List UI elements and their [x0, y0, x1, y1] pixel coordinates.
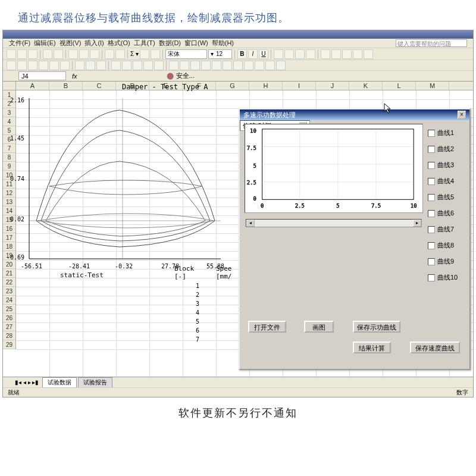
tool-icon[interactable]: [169, 61, 178, 70]
tool-icon[interactable]: [75, 61, 84, 70]
cut-icon[interactable]: [68, 49, 78, 59]
curve-checkbox[interactable]: [428, 130, 435, 137]
security-label[interactable]: 安全...: [176, 71, 195, 80]
font-select[interactable]: 宋体: [165, 49, 207, 59]
row-header[interactable]: 29: [3, 340, 15, 349]
curve-checkbox[interactable]: [428, 210, 435, 217]
tool-icon[interactable]: [244, 61, 253, 70]
open-file-button[interactable]: 打开文件: [248, 321, 286, 333]
tool-icon[interactable]: [96, 61, 106, 70]
redo-icon[interactable]: [115, 49, 125, 59]
align-left-icon[interactable]: [274, 49, 283, 59]
dialog-scrollbar[interactable]: ◂ ▸: [246, 219, 422, 227]
col-header[interactable]: C: [83, 82, 116, 90]
undo-icon[interactable]: [105, 49, 114, 59]
fx-icon[interactable]: fx: [72, 73, 77, 80]
col-header[interactable]: K: [349, 82, 383, 90]
dec-decimal-icon[interactable]: [364, 49, 373, 59]
currency-icon[interactable]: [321, 49, 330, 59]
tool-icon[interactable]: [86, 61, 95, 70]
chart-icon[interactable]: [151, 49, 160, 59]
merge-icon[interactable]: [306, 49, 315, 59]
inc-decimal-icon[interactable]: [353, 49, 362, 59]
curve-checkbox[interactable]: [428, 178, 435, 185]
sort-icon[interactable]: [140, 49, 149, 59]
tool-icon[interactable]: [233, 61, 243, 70]
col-header[interactable]: L: [383, 82, 416, 90]
col-header[interactable]: B: [49, 82, 83, 90]
tool-icon[interactable]: [39, 61, 48, 70]
tool-icon[interactable]: [60, 61, 70, 70]
curve-checkbox[interactable]: [428, 242, 435, 249]
tool-icon[interactable]: [223, 61, 232, 70]
tool-icon[interactable]: [276, 61, 286, 70]
help-search-input[interactable]: 键入需要帮助的问题: [396, 39, 467, 47]
italic-icon[interactable]: I: [248, 49, 258, 59]
open-icon[interactable]: [17, 49, 27, 59]
tab-test-data[interactable]: 试验数据: [42, 377, 77, 387]
tool-icon[interactable]: [122, 61, 131, 70]
select-all-corner[interactable]: [3, 82, 16, 90]
underline-icon[interactable]: U: [259, 49, 268, 59]
menu-data[interactable]: 数据(D): [159, 39, 181, 48]
menu-tools[interactable]: 工具(T): [134, 39, 155, 48]
new-icon[interactable]: [7, 49, 16, 59]
percent-icon[interactable]: [331, 49, 341, 59]
col-header[interactable]: I: [283, 82, 316, 90]
dialog-titlebar[interactable]: 多速示功数据处理 ×: [240, 109, 469, 120]
tool-icon[interactable]: [133, 61, 142, 70]
comma-icon[interactable]: [342, 49, 352, 59]
tool-icon[interactable]: [49, 61, 59, 70]
row-header[interactable]: 26: [3, 314, 15, 322]
tool-icon[interactable]: [17, 61, 27, 70]
menu-file[interactable]: 文件(F): [9, 39, 30, 48]
row-header[interactable]: 28: [3, 331, 15, 340]
curve-checkbox[interactable]: [428, 226, 435, 233]
menu-view[interactable]: 视图(V): [60, 39, 82, 48]
curve-checkbox[interactable]: [428, 162, 435, 169]
close-icon[interactable]: ×: [458, 111, 466, 119]
row-header[interactable]: 25: [3, 305, 15, 314]
tool-icon[interactable]: [255, 61, 264, 70]
curve-checkbox[interactable]: [428, 146, 435, 153]
row-header[interactable]: 23: [3, 287, 15, 296]
tool-icon[interactable]: [212, 61, 221, 70]
col-header[interactable]: M: [416, 82, 449, 90]
draw-button[interactable]: 画图: [304, 321, 334, 333]
tool-icon[interactable]: [28, 61, 37, 70]
menu-window[interactable]: 窗口(W): [184, 39, 208, 48]
font-size-select[interactable]: ▾12: [208, 49, 232, 59]
paste-icon[interactable]: [90, 49, 99, 59]
menu-format[interactable]: 格式(O): [108, 39, 130, 48]
tool-icon[interactable]: [154, 61, 164, 70]
col-header[interactable]: J: [316, 82, 349, 90]
tool-icon[interactable]: [7, 61, 16, 70]
curve-checkbox[interactable]: [428, 258, 435, 265]
scroll-track[interactable]: [255, 220, 413, 227]
calc-button[interactable]: 结果计算: [353, 342, 391, 353]
tool-icon[interactable]: [143, 61, 153, 70]
name-box[interactable]: J4: [18, 71, 66, 80]
tool-icon[interactable]: [111, 61, 121, 70]
align-center-icon[interactable]: [284, 49, 294, 59]
scroll-left-icon[interactable]: ◂: [246, 220, 255, 227]
curve-checkbox[interactable]: [428, 194, 435, 201]
save-curve-button[interactable]: 保存示功曲线: [353, 321, 400, 333]
save-speed-button[interactable]: 保存速度曲线: [410, 342, 460, 353]
col-header[interactable]: A: [16, 82, 49, 90]
row-header[interactable]: 27: [3, 322, 15, 331]
scroll-right-icon[interactable]: ▸: [413, 220, 421, 227]
menu-edit[interactable]: 编辑(E): [34, 39, 56, 48]
preview-icon[interactable]: [54, 49, 63, 59]
damper-chart[interactable]: 2.16 1.45 0.74 0.02 -0.69 -56.51 -28.41 …: [7, 92, 227, 283]
col-header[interactable]: H: [249, 82, 283, 90]
worksheet[interactable]: ABCDEFGHIJKLM 12345678910111213141516171…: [3, 82, 473, 377]
align-right-icon[interactable]: [295, 49, 305, 59]
copy-icon[interactable]: [79, 49, 89, 59]
bold-icon[interactable]: B: [237, 49, 247, 59]
tool-icon[interactable]: [190, 61, 200, 70]
menu-insert[interactable]: 插入(I): [84, 39, 104, 48]
menu-help[interactable]: 帮助(H): [212, 39, 234, 48]
save-icon[interactable]: [28, 49, 37, 59]
print-icon[interactable]: [43, 49, 52, 59]
